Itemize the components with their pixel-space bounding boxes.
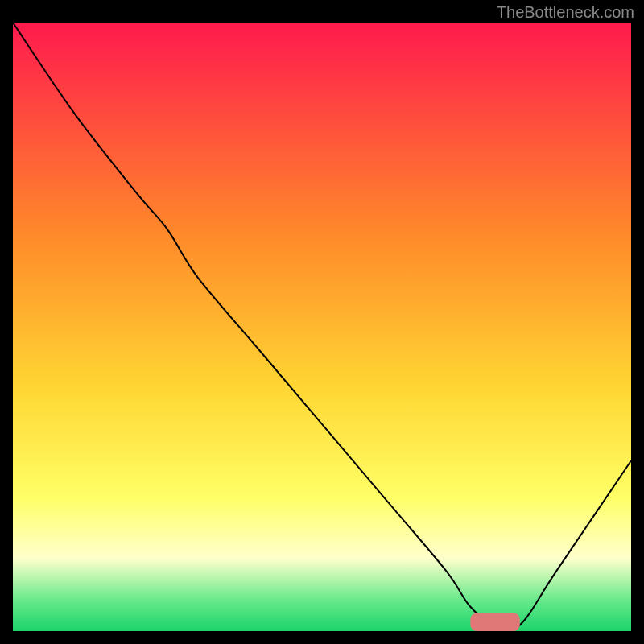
gradient-background xyxy=(13,23,631,631)
watermark-text: TheBottleneck.com xyxy=(497,3,634,22)
optimal-range-marker xyxy=(470,613,519,631)
plot-frame xyxy=(13,23,631,631)
bottleneck-chart xyxy=(13,23,631,631)
